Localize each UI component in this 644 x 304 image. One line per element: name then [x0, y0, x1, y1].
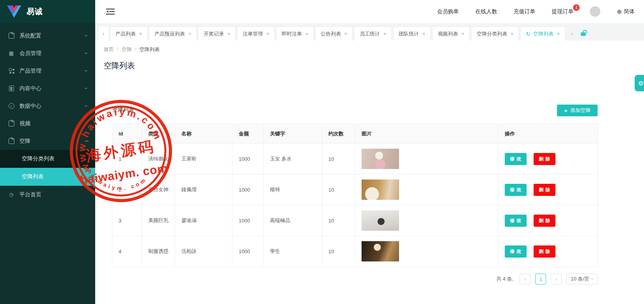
add-airdrop-button[interactable]: + 添加空降	[557, 105, 598, 116]
close-icon[interactable]: ×	[422, 31, 425, 37]
sidebar-item-member-mgmt[interactable]: ▦ 会员管理 ›	[0, 44, 95, 62]
topnav-item[interactable]: 会员购单	[437, 8, 459, 15]
airdrop-submenu: 空降分类列表 空降列表	[0, 150, 95, 186]
close-icon[interactable]: ×	[305, 31, 308, 37]
topnav-item-label: 提现订单	[552, 8, 573, 14]
sidebar-item-label: 产品管理	[20, 68, 41, 75]
table-icon: ▦	[8, 50, 15, 56]
grid-icon	[8, 68, 15, 73]
row-photo-thumbnail[interactable]	[362, 210, 399, 231]
table-header-row: id 类型 名称 金额 关键字 约次数 图片 操作	[112, 124, 598, 144]
sidebar-item-airdrop-list[interactable]: 空降列表	[0, 168, 95, 186]
tabs-scroll-left-button[interactable]: ‹	[98, 27, 108, 41]
close-icon[interactable]: ×	[266, 31, 269, 37]
edit-button[interactable]: 修 改	[505, 215, 527, 227]
delete-button[interactable]: 删 除	[534, 245, 555, 258]
breadcrumb-home[interactable]: 首页	[104, 46, 114, 53]
topnav-item-label: 会员购单	[437, 8, 459, 14]
edit-button[interactable]: 修 改	[505, 184, 527, 196]
cell-type: 清纯御女	[142, 144, 175, 174]
table-row: 1 清纯御女 王家昕 1000 玉女 多水 10 修 改 删 除	[112, 144, 598, 174]
cell-actions: 修 改 删 除	[499, 144, 598, 174]
row-photo-thumbnail[interactable]	[362, 180, 399, 200]
tab[interactable]: ↻ 开奖记录 ×	[198, 27, 236, 41]
refresh-icon[interactable]: ↻	[526, 31, 530, 37]
cell-keyword: 學生	[264, 236, 322, 267]
tab[interactable]: ↻ 即时注单 ×	[276, 27, 314, 41]
delete-button[interactable]: 删 除	[534, 184, 555, 196]
tab[interactable]: ↻ 产品列表 ×	[110, 27, 147, 41]
tab[interactable]: ↻ 视频列表 ×	[432, 27, 470, 41]
tab-label: 视频列表	[438, 30, 458, 37]
topnav-item[interactable]: 提现订单 1	[552, 8, 573, 15]
row-photo-thumbnail[interactable]	[362, 241, 399, 261]
pagination-prev-button[interactable]: ‹	[520, 274, 530, 284]
notification-badge: 1	[573, 4, 580, 11]
sidebar-item-label: 空降列表	[22, 173, 44, 180]
tab[interactable]: ↻ 员工统计 ×	[354, 27, 392, 41]
pagination-page-1[interactable]: 1	[535, 274, 546, 284]
close-icon[interactable]: ×	[511, 31, 513, 37]
tabs-scroll-right-button[interactable]: ›	[567, 27, 577, 41]
sidebar-item-airdrop[interactable]: 空降 ›	[0, 132, 95, 150]
tab[interactable]: ↻ 团队统计 ×	[393, 27, 431, 41]
edit-button[interactable]: 修 改	[505, 245, 527, 258]
close-icon[interactable]: ×	[461, 31, 464, 37]
cell-type: 美颜巨乳	[142, 205, 175, 236]
sidebar-item-system-config[interactable]: 系统配置 ›	[0, 27, 95, 44]
tab[interactable]: ↻ 产品预设列表 ×	[149, 27, 197, 41]
tab-label: 空降列表	[533, 30, 554, 37]
chevron-down-icon: ›	[83, 105, 90, 107]
tab[interactable]: ↻ 公告列表 ×	[315, 27, 353, 41]
sidebar-item-product-mgmt[interactable]: 产品管理 ›	[0, 62, 95, 80]
row-photo-thumbnail[interactable]	[362, 149, 399, 169]
unlock-icon[interactable]	[581, 32, 586, 36]
sidebar-item-video[interactable]: 视频	[0, 115, 95, 132]
sidebar-item-data-center[interactable]: ✓ 数据中心 ›	[0, 97, 95, 115]
pagination-next-button[interactable]: ›	[551, 274, 562, 284]
close-icon[interactable]: ×	[188, 31, 191, 37]
document-icon	[8, 85, 15, 91]
page-title: 空降列表	[104, 60, 135, 71]
header-photo: 图片	[355, 124, 499, 144]
cell-name: 鐘佩儒	[175, 174, 232, 205]
sidebar-item-airdrop-category-list[interactable]: 空降分类列表	[0, 150, 95, 168]
tab-bar: ‹ ↻ 产品列表 × ↻ 产品预设列表 × ↻ 开奖记录 × ↻ 注单管理 × …	[95, 23, 644, 41]
topnav-item[interactable]: 在线人数	[475, 8, 497, 15]
page-size-value: 10 条/页	[571, 276, 589, 283]
cell-actions: 修 改 删 除	[499, 174, 598, 205]
close-icon[interactable]: ×	[139, 31, 142, 37]
cell-photo	[355, 236, 499, 267]
page-size-select[interactable]: 10 条/页 ›	[566, 274, 598, 284]
topnav-item-label: 在线人数	[475, 8, 497, 14]
tab[interactable]: ↻ 注单管理 ×	[237, 27, 275, 41]
cell-actions: 修 改 删 除	[499, 205, 598, 236]
breadcrumb-separator: /	[135, 46, 137, 53]
chevron-down-icon: ›	[83, 70, 90, 71]
cell-times: 10	[322, 144, 355, 174]
close-icon[interactable]: ×	[227, 31, 230, 37]
close-icon[interactable]: ×	[344, 31, 347, 37]
cell-keyword: 模特	[264, 174, 322, 205]
tab[interactable]: ↻ 空降分类列表 ×	[471, 27, 519, 41]
cell-type: 制服诱惑	[142, 236, 175, 267]
delete-button[interactable]: 删 除	[534, 215, 555, 227]
close-icon[interactable]: ×	[383, 31, 386, 37]
add-button-label: 添加空降	[570, 107, 591, 114]
settings-gear-button[interactable]: ⚙	[635, 75, 644, 91]
edit-button[interactable]: 修 改	[505, 153, 527, 165]
sidebar-item-label: 平台首页	[20, 191, 41, 198]
close-icon[interactable]: ×	[557, 31, 560, 37]
sidebar-item-platform-home[interactable]: ◷ 平台首页	[0, 186, 95, 203]
avatar[interactable]	[590, 6, 600, 17]
breadcrumb-airdrop[interactable]: 空降	[122, 46, 132, 53]
cell-amount: 1000	[232, 144, 264, 174]
delete-button[interactable]: 删 除	[534, 153, 555, 165]
sidebar-item-content-center[interactable]: 内容中心 ›	[0, 80, 95, 97]
sidebar-collapse-icon[interactable]	[106, 8, 115, 15]
language-switcher[interactable]: ⊕ 简体	[617, 8, 635, 15]
table-body: 1 清纯御女 王家昕 1000 玉女 多水 10 修 改 删 除 2	[112, 144, 598, 267]
header-right: 会员购单 在线人数 充值订单 提现订单 1 ⊕ 简体	[437, 6, 635, 17]
tab[interactable]: ↻ 空降列表 ×	[520, 27, 565, 41]
topnav-item[interactable]: 充值订单	[513, 8, 535, 15]
